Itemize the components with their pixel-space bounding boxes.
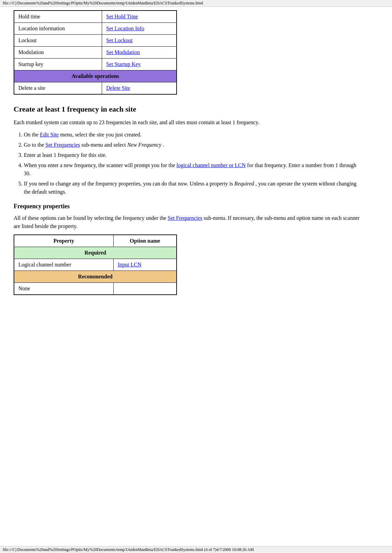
list-item: Enter at least 1 frequency for this site… bbox=[24, 151, 361, 159]
recommended-header-row: Recommended bbox=[14, 271, 177, 283]
delete-property-cell: Delete a site bbox=[14, 82, 102, 95]
delete-row: Delete a site Delete Site bbox=[14, 82, 177, 95]
property-cell: Hold time bbox=[14, 11, 102, 23]
table-row: Startup key Set Startup Key bbox=[14, 59, 177, 70]
site-properties-table: Hold time Set Hold Time Location informa… bbox=[14, 10, 177, 95]
delete-site-link[interactable]: Delete Site bbox=[106, 85, 130, 91]
table-row: None bbox=[14, 283, 177, 295]
section2-paragraph: All of these options can be found by sel… bbox=[14, 214, 361, 230]
delete-option-cell[interactable]: Delete Site bbox=[102, 82, 177, 95]
available-ops-header-row: Available operations bbox=[14, 70, 177, 82]
option-cell[interactable]: Set Lockout bbox=[102, 35, 177, 47]
freq-option-cell bbox=[113, 283, 177, 295]
list-item: If you need to change any of the frequen… bbox=[24, 180, 361, 196]
section1-steps: On the Edit Site menu, select the site y… bbox=[24, 131, 361, 196]
required-label: Required bbox=[14, 247, 177, 259]
option-link[interactable]: Set Lockout bbox=[106, 37, 133, 43]
top-bar: file:///C|/Documents%20and%20Settings/PO… bbox=[0, 0, 392, 7]
freq-col1-header: Property bbox=[14, 235, 113, 247]
table-row: Location information Set Location Info bbox=[14, 23, 177, 35]
property-cell: Lockout bbox=[14, 35, 102, 47]
available-ops-label: Available operations bbox=[14, 70, 177, 82]
freq-property-cell: Logical channel number bbox=[14, 259, 113, 271]
freq-option-cell[interactable]: Input LCN bbox=[113, 259, 177, 271]
option-link[interactable]: Set Hold Time bbox=[106, 14, 138, 19]
main-content: Hold time Set Hold Time Location informa… bbox=[0, 7, 374, 319]
top-bar-text: file:///C|/Documents%20and%20Settings/PO… bbox=[3, 1, 203, 5]
table-row: Modulation Set Modulation bbox=[14, 47, 177, 59]
table-row: Hold time Set Hold Time bbox=[14, 11, 177, 23]
section1-paragraph: Each trunked system can contain up to 23… bbox=[14, 118, 361, 127]
section1-heading: Create at least 1 frequency in each site bbox=[14, 105, 361, 114]
freq-option-link[interactable]: Input LCN bbox=[118, 262, 142, 267]
freq-properties-table: Property Option name Required Logical ch… bbox=[14, 234, 177, 295]
set-frequencies-link[interactable]: Set Frequencies bbox=[46, 142, 80, 148]
option-cell[interactable]: Set Hold Time bbox=[102, 11, 177, 23]
list-item: When you enter a new frequency, the scan… bbox=[24, 161, 361, 178]
freq-table-header-row: Property Option name bbox=[14, 235, 177, 247]
list-item: On the Edit Site menu, select the site y… bbox=[24, 131, 361, 139]
property-cell: Startup key bbox=[14, 59, 102, 70]
lcn-link[interactable]: logical channel number or LCN bbox=[177, 162, 246, 168]
table-row: Lockout Set Lockout bbox=[14, 35, 177, 47]
section2-heading: Frequency properties bbox=[14, 203, 361, 210]
property-cell: Modulation bbox=[14, 47, 102, 59]
option-link[interactable]: Set Startup Key bbox=[106, 61, 141, 67]
freq-property-cell: None bbox=[14, 283, 113, 295]
recommended-label: Recommended bbox=[14, 271, 177, 283]
option-link[interactable]: Set Location Info bbox=[106, 26, 144, 31]
option-cell[interactable]: Set Location Info bbox=[102, 23, 177, 35]
required-header-row: Required bbox=[14, 247, 177, 259]
list-item: Go to the Set Frequencies sub-menu and s… bbox=[24, 141, 361, 149]
property-cell: Location information bbox=[14, 23, 102, 35]
set-frequencies-link2[interactable]: Set Frequencies bbox=[168, 215, 202, 221]
freq-col2-header: Option name bbox=[113, 235, 177, 247]
table-row: Logical channel number Input LCN bbox=[14, 259, 177, 271]
option-cell[interactable]: Set Startup Key bbox=[102, 59, 177, 70]
edit-site-link[interactable]: Edit Site bbox=[40, 132, 59, 137]
option-cell[interactable]: Set Modulation bbox=[102, 47, 177, 59]
option-link[interactable]: Set Modulation bbox=[106, 49, 140, 55]
